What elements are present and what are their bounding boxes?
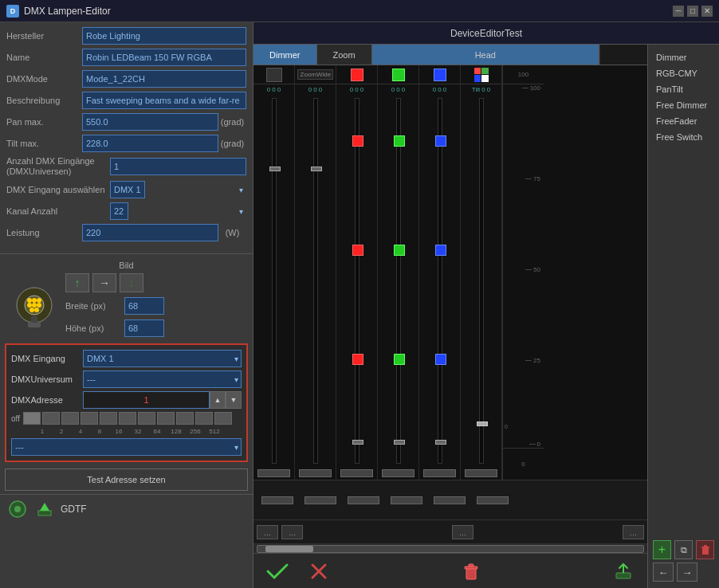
bit-1-btn[interactable] [42,412,60,425]
hersteller-input[interactable] [82,27,246,45]
tilt-input[interactable] [82,135,218,152]
copy-btn[interactable]: ⧉ [674,540,693,559]
check-button[interactable] [263,559,292,583]
scale-100: 100 [522,84,540,92]
delete-button[interactable] [457,559,485,583]
breite-input[interactable] [124,297,164,315]
export-button[interactable] [609,559,638,583]
kanal-select[interactable]: 22 [110,202,128,220]
tab-zoom[interactable]: Zoom [317,45,372,65]
bs-knob-4[interactable] [391,496,422,504]
bs-knob-1[interactable] [261,496,293,504]
bit-8-btn[interactable] [100,412,117,425]
bit-256-btn[interactable] [195,412,213,425]
bild-arrow-btn[interactable]: → [92,273,116,292]
dimmer-track [272,98,277,464]
sidebar-item-pantilt[interactable]: PanTilt [653,83,714,96]
horizontal-scrollbar[interactable] [257,545,644,553]
bit-512-btn[interactable] [214,412,232,425]
minimize-button[interactable]: ─ [673,6,684,17]
head-r-block-bot[interactable] [352,354,363,365]
dmxeingang-select-wrap: DMX 1 [110,181,246,198]
right-sidebar: Dimmer RGB-CMY PanTilt Free Dimmer FreeF… [647,45,719,588]
tab-head[interactable]: Head [372,45,599,65]
head-b-block-bot[interactable] [435,354,446,365]
head-g-knob[interactable] [394,440,405,445]
check-icon [265,562,289,581]
test-adresse-btn[interactable]: Test Adresse setzen [5,468,248,491]
restore-button[interactable]: □ [687,6,698,17]
head-g-block-bot[interactable] [394,354,405,365]
cancel-button[interactable] [304,559,333,583]
head-r-knob[interactable] [352,440,363,445]
bit-64-btn[interactable] [157,412,175,425]
head-r-h-fader[interactable] [340,469,373,477]
head-b-block-mid[interactable] [435,245,446,256]
dotted-btn-3[interactable]: ... [452,525,473,539]
add-btn[interactable]: + [653,540,671,559]
dmxmode-input[interactable] [82,70,246,88]
bit-off-btn[interactable] [23,412,41,425]
name-label: Name [6,53,82,62]
dotted-btn-1[interactable]: ... [257,525,278,539]
head-g-h-fader[interactable] [382,469,415,477]
forward-btn[interactable]: → [677,563,697,582]
dmx-universum-row: DMXUniversum --- [11,370,242,388]
delete-rb-btn[interactable] [696,540,714,559]
toolbar-icon-2[interactable] [33,498,56,520]
tab-dimmer[interactable]: Dimmer [253,45,317,65]
dmx-eingang-label: DMX Eingang [11,354,83,363]
addr-down-btn[interactable]: ▼ [226,391,242,409]
bs-knob-6[interactable] [477,496,509,504]
back-btn[interactable]: ← [653,563,674,582]
head-r-block-top[interactable] [352,135,363,147]
dmx-adresse-input[interactable] [83,391,210,409]
dmx-eingang-select[interactable]: DMX 1 [83,350,242,367]
dimmer-h-fader[interactable] [257,469,290,477]
bit-32-btn[interactable] [138,412,155,425]
head-b-h-fader[interactable] [423,469,456,477]
sidebar-item-free-switch[interactable]: Free Switch [653,131,714,143]
bit-16-btn[interactable] [119,412,136,425]
sidebar-item-dimmer[interactable]: Dimmer [653,51,714,64]
dotted-btn-2[interactable]: ... [281,525,303,539]
bottom-select[interactable]: --- [11,438,242,456]
tilt-h-fader[interactable] [465,469,497,477]
bs-knob-5[interactable] [434,496,466,504]
dimmer-knob[interactable] [269,167,281,171]
dmxeingang-select[interactable]: DMX 1 [110,181,145,198]
head-g-block-mid[interactable] [394,245,405,256]
leistung-input[interactable] [82,224,218,241]
hoehe-input[interactable] [124,319,164,337]
head-r-block-mid[interactable] [352,245,363,256]
close-button[interactable]: ✕ [701,6,713,17]
beschreibung-input[interactable] [82,92,246,109]
zoom-knob[interactable] [311,167,322,171]
bit-4-btn[interactable] [81,412,98,425]
bild-upload-btn[interactable]: ↑ [65,273,89,292]
head-b-knob[interactable] [435,440,446,445]
dmx-universum-select[interactable]: --- [83,370,242,388]
bs-knob-3[interactable] [348,496,379,504]
head-b-block-top[interactable] [435,135,446,147]
bit-label-256: 256 [187,428,204,435]
head-g-block-top[interactable] [394,135,405,147]
sidebar-item-freefader[interactable]: FreeFader [653,115,714,127]
bit-2-btn[interactable] [61,412,79,425]
rb-row-2: ← → [653,563,714,582]
svg-point-13 [14,506,21,512]
sidebar-item-free-dimmer[interactable]: Free Dimmer [653,99,714,112]
toolbar-icon-1[interactable] [6,498,29,520]
addr-up-btn[interactable]: ▲ [210,391,226,409]
name-input[interactable] [82,49,246,66]
sidebar-item-rgb-cmy[interactable]: RGB-CMY [653,67,714,80]
bild-download-btn[interactable]: ↓ [120,273,143,292]
tilt-knob[interactable] [477,421,488,426]
bit-128-btn[interactable] [176,412,194,425]
zoom-h-fader[interactable] [299,469,332,477]
dotted-btn-4[interactable]: ... [623,525,644,539]
anzahl-input[interactable] [110,158,246,175]
tab-extra [599,45,647,65]
bs-knob-2[interactable] [304,496,336,504]
pan-input[interactable] [82,113,218,131]
